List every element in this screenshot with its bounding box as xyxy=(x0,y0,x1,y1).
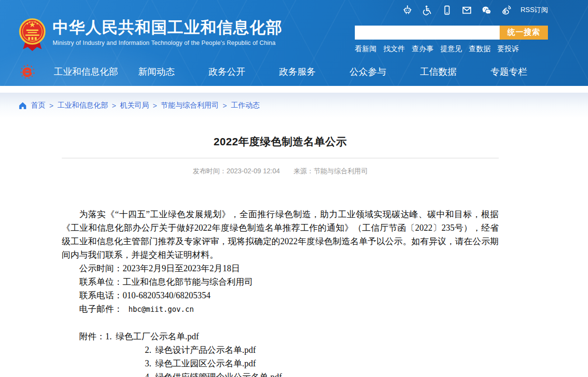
article-paragraph: 为落实《“十四五”工业绿色发展规划》，全面推行绿色制造，助力工业领域实现碳达峰、… xyxy=(62,208,499,262)
brand[interactable]: 中华人民共和国工业和信息化部 Ministry of Industry and … xyxy=(18,18,282,54)
brand-text: 中华人民共和国工业和信息化部 Ministry of Industry and … xyxy=(53,18,282,46)
breadcrumb-separator: > xyxy=(219,101,231,110)
quick-link-feedback[interactable]: 提意见 xyxy=(440,44,462,54)
nav-items: 工业和信息化部 新闻动态 政务公开 政务服务 公众参与 工信数据 专题专栏 xyxy=(51,66,544,78)
nav-item-miit-data[interactable]: 工信数据 xyxy=(403,66,474,78)
quick-links: 看新闻 找文件 查办事 提意见 查数据 要投诉 xyxy=(355,44,548,54)
accessibility-icon[interactable] xyxy=(421,4,433,16)
attachment-number: 4. xyxy=(145,372,152,377)
home-icon[interactable] xyxy=(18,101,27,110)
page: RSS订阅 xyxy=(0,0,588,377)
search-area: 统一搜索 看新闻 找文件 查办事 提意见 查数据 要投诉 xyxy=(355,26,548,54)
nav-item-miit[interactable]: 工业和信息化部 xyxy=(51,66,121,78)
nav-item-special-topics[interactable]: 专题专栏 xyxy=(474,66,544,78)
nav-item-public-participation[interactable]: 公众参与 xyxy=(333,66,403,78)
attachment-link-green-design-products[interactable]: 绿色设计产品公示名单.pdf xyxy=(155,345,256,355)
attachment-row-4: 4.绿色供应链管理企业公示名单.pdf xyxy=(62,370,499,377)
miit-swirl-logo-icon[interactable] xyxy=(18,63,37,81)
article-title: 2022年度绿色制造名单公示 xyxy=(62,135,499,149)
mail-icon[interactable] xyxy=(461,4,473,16)
quick-link-data[interactable]: 查数据 xyxy=(469,44,490,54)
attachments: 附件：1.绿色工厂公示名单.pdf 2.绿色设计产品公示名单.pdf 3.绿色工… xyxy=(62,330,499,377)
attachment-row-2: 2.绿色设计产品公示名单.pdf xyxy=(62,343,499,357)
quick-link-news[interactable]: 看新闻 xyxy=(355,44,377,54)
breadcrumb-separator: > xyxy=(45,101,57,110)
topbar: RSS订阅 xyxy=(402,4,548,16)
national-emblem-icon xyxy=(18,18,46,54)
breadcrumb-link-bureaus[interactable]: 机关司局 xyxy=(120,101,149,110)
breadcrumb-link-work-updates[interactable]: 工作动态 xyxy=(231,101,260,110)
contact-phone-line: 联系电话：010-68205340/68205354 xyxy=(62,289,499,302)
nav-item-gov-disclosure[interactable]: 政务公开 xyxy=(192,66,262,78)
breadcrumb-separator: > xyxy=(108,101,120,110)
breadcrumb: 首页 > 工业和信息化部 > 机关司局 > 节能与综合利用司 > 工作动态 xyxy=(0,93,588,118)
source-label: 来源： xyxy=(294,167,314,175)
contact-unit-line: 联系单位：工业和信息化部节能与综合利用司 xyxy=(62,275,499,289)
attachments-label: 附件： xyxy=(79,332,105,341)
robot-assistant-icon[interactable] xyxy=(402,4,413,16)
article: 2022年度绿色制造名单公示 发布时间：2023-02-09 12:04来源：节… xyxy=(62,135,499,377)
breadcrumb-link-home[interactable]: 首页 xyxy=(31,101,45,110)
attachment-number: 1. xyxy=(105,332,112,341)
nav-item-news[interactable]: 新闻动态 xyxy=(121,66,192,78)
attachment-row-3: 3.绿色工业园区公示名单.pdf xyxy=(62,357,499,370)
attachment-link-green-factory[interactable]: 绿色工厂公示名单.pdf xyxy=(116,332,199,341)
attachment-row-1: 附件：1.绿色工厂公示名单.pdf xyxy=(62,330,499,343)
attachment-link-green-supply-chain[interactable]: 绿色供应链管理企业公示名单.pdf xyxy=(155,372,282,377)
attachment-number: 2. xyxy=(145,345,152,355)
attachment-number: 3. xyxy=(145,359,152,368)
rss-subscribe-link[interactable]: RSS订阅 xyxy=(520,6,548,14)
breadcrumb-link-energy-conservation-dept[interactable]: 节能与综合利用司 xyxy=(161,101,219,110)
site-title[interactable]: 中华人民共和国工业和信息化部 xyxy=(53,19,282,36)
publish-time-label: 发布时间： xyxy=(193,167,226,175)
attachment-link-green-industrial-parks[interactable]: 绿色工业园区公示名单.pdf xyxy=(155,359,256,368)
unified-search-button[interactable]: 统一搜索 xyxy=(500,26,548,40)
search-input[interactable] xyxy=(355,26,500,40)
search-row: 统一搜索 xyxy=(355,26,548,40)
quick-link-documents[interactable]: 找文件 xyxy=(383,44,405,54)
article-meta: 发布时间：2023-02-09 12:04来源：节能与综合利用司 xyxy=(62,167,499,176)
article-body: 为落实《“十四五”工业绿色发展规划》，全面推行绿色制造，助力工业领域实现碳达峰、… xyxy=(62,208,499,377)
mobile-icon[interactable] xyxy=(441,4,453,16)
main-nav: 工业和信息化部 新闻动态 政务公开 政务服务 公众参与 工信数据 专题专栏 xyxy=(0,57,588,86)
quick-link-services[interactable]: 查办事 xyxy=(412,44,434,54)
email-label: 电子邮件： xyxy=(79,304,123,314)
contact-email-line: 电子邮件：hbc@miit.gov.cn xyxy=(62,302,499,316)
breadcrumb-link-miit[interactable]: 工业和信息化部 xyxy=(57,101,108,110)
site-header: RSS订阅 xyxy=(0,0,588,86)
wechat-icon[interactable] xyxy=(481,4,492,16)
email-link[interactable]: hbc@miit.gov.cn xyxy=(128,305,194,314)
publish-time-value: 2023-02-09 12:04 xyxy=(226,167,280,175)
header-content-gap xyxy=(0,86,588,93)
public-notice-period-line: 公示时间：2023年2月9日至2023年2月18日 xyxy=(62,262,499,275)
weibo-icon[interactable] xyxy=(501,4,512,16)
title-divider xyxy=(62,158,499,158)
nav-item-gov-services[interactable]: 政务服务 xyxy=(262,66,333,78)
quick-link-complaint[interactable]: 要投诉 xyxy=(497,44,519,54)
site-subtitle-en: Ministry of Industry and Information Tec… xyxy=(53,40,282,46)
breadcrumb-separator: > xyxy=(149,101,161,110)
source-value: 节能与综合利用司 xyxy=(314,167,368,175)
